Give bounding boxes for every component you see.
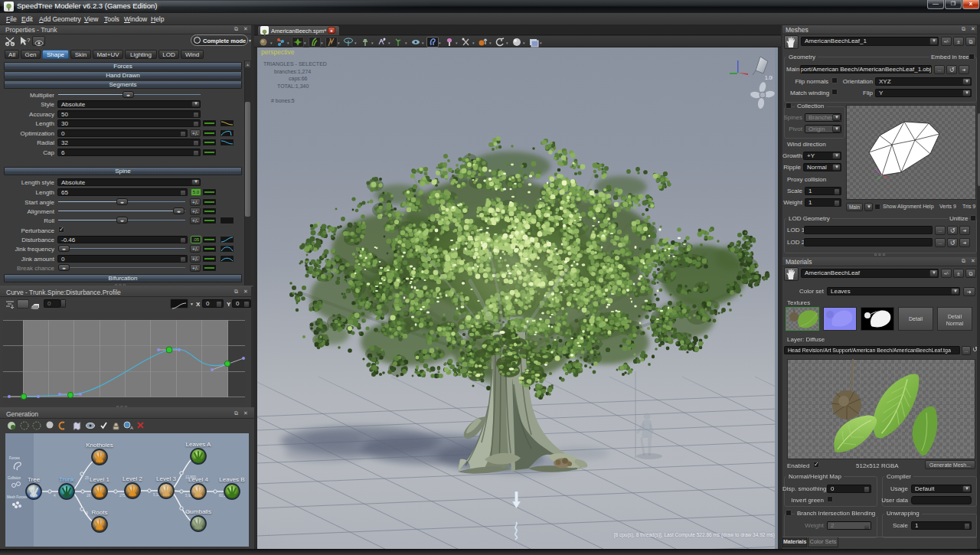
svg-text:?: ? [27, 37, 31, 44]
svg-text:1.00: 1.00 [765, 75, 773, 80]
